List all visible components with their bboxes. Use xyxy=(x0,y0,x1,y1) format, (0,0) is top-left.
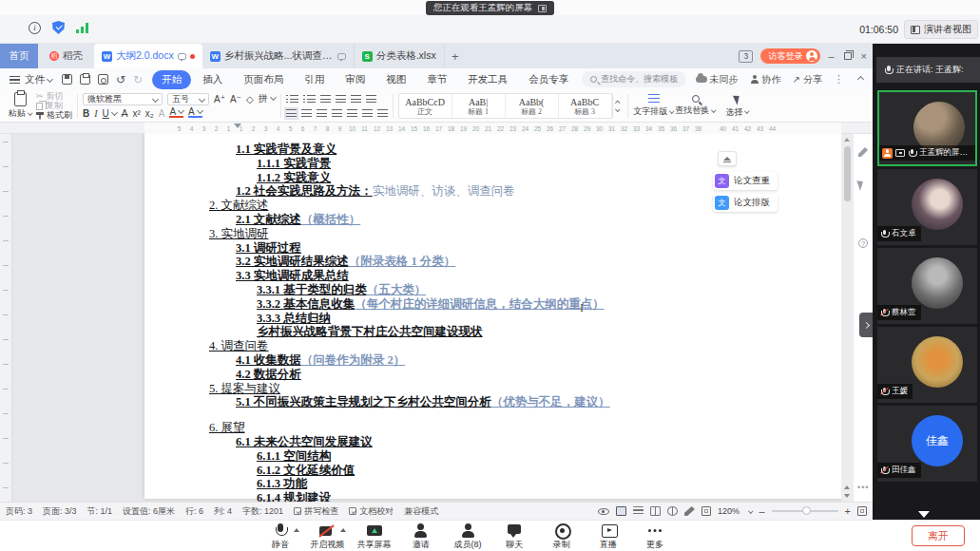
zoom-slider[interactable] xyxy=(772,510,838,512)
superscript-button[interactable]: x² xyxy=(132,108,140,119)
outline-line[interactable]: 4.1 收集数据（问卷作为附录 2） xyxy=(236,353,841,368)
tab-home[interactable]: 首页 xyxy=(0,44,38,68)
participant-tile[interactable]: 石文卓 xyxy=(877,169,977,245)
justify-button[interactable] xyxy=(332,109,342,118)
highlight-color-button[interactable]: A xyxy=(169,108,183,118)
guest-login-button[interactable]: 访客登录 xyxy=(760,48,820,64)
meeting-info-icon[interactable]: i xyxy=(29,22,41,34)
style-scroll-up-icon[interactable] xyxy=(615,101,620,105)
participant-tile[interactable]: 王孟辉的屏幕共享 xyxy=(877,90,977,166)
pen-icon[interactable] xyxy=(858,147,868,157)
more-tools-icon[interactable]: ••• xyxy=(857,483,869,492)
meeting-control-button[interactable]: 录制 xyxy=(540,522,584,551)
ribbon-tab[interactable]: 开始 xyxy=(152,70,191,89)
new-tab-button[interactable]: + xyxy=(445,44,466,68)
outline-line[interactable]: 4.2 数据分析 xyxy=(236,368,841,382)
shading-button[interactable] xyxy=(362,109,373,118)
meeting-control-button[interactable]: 邀请 xyxy=(399,522,443,551)
document-tab[interactable]: W 乡村振兴战略...状调查研究问 xyxy=(202,44,355,68)
zoom-level[interactable]: 120% xyxy=(718,506,740,516)
strikethrough-button[interactable]: A xyxy=(122,108,128,119)
meeting-control-button[interactable]: 静音 xyxy=(259,522,302,551)
scrollbar-thumb[interactable] xyxy=(844,146,851,201)
ribbon-tab[interactable]: 审阅 xyxy=(336,70,375,89)
watching-banner[interactable]: 您正在观看王孟辉的屏幕 xyxy=(426,1,555,15)
outline-line[interactable]: 2.1 文献综述（概括性） xyxy=(236,213,841,227)
status-check-button[interactable]: 文档校对 xyxy=(349,505,394,518)
outline-line[interactable]: 3.3 实地调研成果总结 xyxy=(236,269,841,283)
font-size-select[interactable]: 五号 xyxy=(167,93,209,105)
command-search-input[interactable]: 查找命令、搜索模板 xyxy=(582,71,686,87)
indent-marker[interactable] xyxy=(234,124,241,128)
help-icon[interactable]: ? xyxy=(858,238,868,248)
align-center-button[interactable] xyxy=(301,109,312,118)
layout-switch-icon[interactable] xyxy=(538,5,547,12)
paper-tool-button[interactable]: 文 论文查重 xyxy=(713,172,778,190)
leave-meeting-button[interactable]: 离开 xyxy=(912,525,965,546)
save-icon[interactable] xyxy=(62,74,72,85)
hamburger-icon[interactable] xyxy=(10,76,20,84)
vertical-ruler[interactable] xyxy=(0,134,12,502)
bold-button[interactable]: B xyxy=(83,108,89,119)
increase-indent-button[interactable] xyxy=(336,95,346,104)
format-painter-button[interactable]: 格式刷 xyxy=(36,111,72,120)
outline-line[interactable]: 6.1.2 文化延续价值 xyxy=(257,464,841,478)
outline-line[interactable]: 3.3.3 总结归纳 xyxy=(257,312,841,326)
scroll-participants-icon[interactable] xyxy=(918,511,930,518)
grow-font-button[interactable]: A⁺ xyxy=(214,94,225,104)
ribbon-tab[interactable]: 页面布局 xyxy=(234,70,293,89)
speaker-view-button[interactable]: 演讲者视图 xyxy=(904,20,978,39)
security-shield-icon[interactable] xyxy=(52,21,65,34)
window-count-badge[interactable]: 3 xyxy=(739,50,753,63)
align-left-button[interactable] xyxy=(286,109,297,118)
ink-view-icon[interactable] xyxy=(684,506,695,516)
outline-line[interactable]: 6.1.3 功能 xyxy=(257,477,841,491)
select-button[interactable]: 选择 xyxy=(717,92,759,120)
collapse-tools-button[interactable] xyxy=(718,151,737,166)
meeting-control-button[interactable]: 更多 xyxy=(633,522,677,551)
fit-page-icon[interactable] xyxy=(701,506,711,516)
text-layout-button[interactable]: 文字排版 xyxy=(633,92,675,120)
document-page[interactable]: 1.1 实践背景及意义 1.1.1 实践背景 1.1.2 实践意义 1.2 社会… xyxy=(144,134,841,499)
outline-line[interactable]: 3.3.1 基于类型的归类（五大类） xyxy=(257,283,841,297)
restore-button[interactable] xyxy=(844,52,852,60)
collaborate-button[interactable]: 协作 xyxy=(750,73,781,86)
zoom-in-button[interactable]: + xyxy=(845,505,851,517)
eye-protect-icon[interactable] xyxy=(598,508,609,515)
outline-line[interactable]: 6.1.1 空间结构 xyxy=(257,449,841,464)
ribbon-tab[interactable]: 插入 xyxy=(193,70,232,89)
sync-status[interactable]: 未同步 xyxy=(696,73,739,86)
scroll-up-icon[interactable] xyxy=(844,138,850,142)
outline-line[interactable]: 5.1 不同振兴政策主导规划之下乡村公共空间分析（优势与不足，建议） xyxy=(236,395,841,409)
minimize-button[interactable]: – xyxy=(828,50,834,62)
borders-button[interactable] xyxy=(377,109,388,118)
clear-format-button[interactable]: ◇ xyxy=(246,94,254,104)
numbered-list-button[interactable] xyxy=(303,95,316,104)
subscript-button[interactable]: x₂ xyxy=(145,108,154,119)
style-item[interactable]: AaB| 标题 1 xyxy=(452,94,506,118)
share-button[interactable]: ↗分享 xyxy=(793,73,822,86)
style-scroll-down-icon[interactable] xyxy=(615,106,620,111)
status-check-button[interactable]: 拼写检查 xyxy=(294,505,338,518)
outline-line[interactable]: 3.3.2 基本信息收集（每个村庄的详细调研信息，结合大纲的重点） xyxy=(257,297,841,312)
outline-line[interactable]: 1.1 实践背景及意义 xyxy=(236,142,841,157)
outline-line[interactable]: 1.1.1 实践背景 xyxy=(257,157,841,171)
font-name-select[interactable]: 微软雅黑 xyxy=(83,93,163,105)
compat-mode[interactable]: 兼容模式 xyxy=(404,505,438,518)
decrease-indent-button[interactable] xyxy=(320,95,331,104)
outline-line[interactable]: 6.1 未来公共空间发展建议 xyxy=(236,435,841,449)
sort-button[interactable] xyxy=(351,95,361,104)
ribbon-tab[interactable]: 章节 xyxy=(417,70,456,89)
participant-tile[interactable]: 佳鑫 田佳鑫 xyxy=(877,406,977,482)
show-marks-button[interactable] xyxy=(366,95,376,104)
bullet-list-button[interactable] xyxy=(286,95,298,104)
find-replace-button[interactable]: 查找替换 xyxy=(675,92,717,120)
comment-icon[interactable] xyxy=(337,53,346,60)
redo-icon[interactable]: ↻ xyxy=(133,73,143,86)
italic-button[interactable]: I xyxy=(94,108,97,119)
pinyin-button[interactable]: 拼 xyxy=(259,92,276,105)
meeting-control-button[interactable]: 直播 xyxy=(586,522,630,551)
vertical-scrollbar[interactable] xyxy=(841,134,853,502)
horizontal-ruler[interactable]: 5432112345678910111213141516171819202122… xyxy=(0,123,873,134)
next-page-icon[interactable] xyxy=(844,494,850,498)
